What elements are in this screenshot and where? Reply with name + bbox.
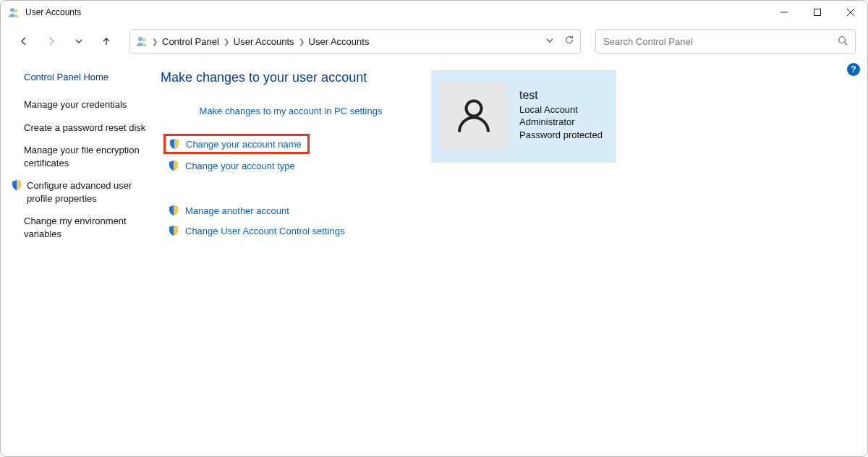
svg-point-9: [467, 101, 482, 116]
back-button[interactable]: [12, 30, 35, 53]
titlebar: User Accounts: [1, 1, 867, 24]
chevron-right-icon[interactable]: ❯: [224, 38, 229, 46]
toolbar: ❯ Control Panel ❯ User Accounts ❯ User A…: [1, 24, 867, 59]
task-list: Make changes to your user account Make c…: [161, 70, 421, 250]
recent-locations-button[interactable]: [67, 30, 90, 53]
breadcrumb-item[interactable]: Control Panel: [162, 36, 219, 47]
link-change-account-name[interactable]: Change your account name: [163, 134, 310, 154]
account-info: test Local Account Administrator Passwor…: [519, 77, 603, 155]
shield-icon: [169, 138, 180, 150]
sidebar-link-reset-disk[interactable]: Create a password reset disk: [24, 121, 158, 134]
task-link-label: Manage another account: [185, 205, 289, 216]
main-panel: Make changes to your user account Make c…: [161, 66, 856, 250]
address-icon: [136, 35, 148, 47]
chevron-right-icon[interactable]: ❯: [152, 38, 158, 46]
breadcrumb-item[interactable]: User Accounts: [309, 36, 370, 47]
sidebar-link-encryption[interactable]: Manage your file encryption certificates: [24, 144, 158, 169]
window-title: User Accounts: [25, 7, 81, 17]
up-button[interactable]: [95, 30, 118, 53]
svg-rect-3: [814, 9, 821, 16]
svg-point-6: [138, 37, 142, 41]
help-icon[interactable]: ?: [847, 63, 860, 76]
avatar: [440, 82, 508, 150]
sidebar-link-credentials[interactable]: Manage your credentials: [24, 98, 158, 111]
account-role: Administrator: [519, 116, 603, 129]
svg-point-7: [142, 38, 146, 42]
shield-icon: [168, 225, 179, 236]
svg-point-1: [14, 9, 18, 13]
sidebar-link-env-vars[interactable]: Change my environment variables: [24, 215, 158, 240]
account-name: test: [519, 87, 603, 103]
refresh-button[interactable]: [564, 35, 574, 48]
link-manage-another-account[interactable]: Manage another account: [163, 203, 421, 218]
shield-icon: [168, 160, 179, 171]
search-icon: [838, 35, 848, 48]
page-heading: Make changes to your user account: [161, 70, 421, 85]
task-link-label: Change your account type: [185, 161, 295, 171]
sidebar-link-label: Configure advanced user profile properti…: [27, 179, 158, 205]
link-change-account-type[interactable]: Change your account type: [163, 158, 421, 173]
sidebar-link-advanced[interactable]: Configure advanced user profile properti…: [11, 179, 158, 205]
address-dropdown-button[interactable]: [545, 35, 554, 48]
user-accounts-icon: [8, 7, 20, 18]
link-pc-settings[interactable]: Make changes to my account in PC setting…: [161, 104, 421, 118]
minimize-button[interactable]: [767, 1, 801, 24]
breadcrumb-item[interactable]: User Accounts: [234, 36, 294, 47]
address-bar[interactable]: ❯ Control Panel ❯ User Accounts ❯ User A…: [129, 29, 581, 54]
task-link-label: Change your account name: [186, 139, 302, 150]
chevron-right-icon[interactable]: ❯: [299, 38, 305, 46]
link-uac-settings[interactable]: Change User Account Control settings: [163, 223, 421, 238]
account-type: Local Account: [519, 103, 603, 116]
search-input[interactable]: Search Control Panel: [595, 29, 856, 54]
content-area: ? Control Panel Home Manage your credent…: [1, 59, 867, 250]
close-button[interactable]: [834, 1, 867, 24]
task-link-label: Change User Account Control settings: [185, 226, 344, 236]
account-card: test Local Account Administrator Passwor…: [431, 70, 616, 163]
maximize-button[interactable]: [801, 1, 834, 24]
control-panel-home-link[interactable]: Control Panel Home: [24, 72, 158, 82]
search-placeholder: Search Control Panel: [603, 36, 693, 47]
shield-icon: [11, 179, 22, 191]
shield-icon: [168, 205, 179, 216]
svg-point-8: [839, 36, 846, 43]
svg-point-0: [10, 8, 14, 12]
sidebar: Control Panel Home Manage your credentia…: [12, 66, 161, 250]
forward-button[interactable]: [40, 30, 63, 53]
account-protection: Password protected: [519, 129, 603, 142]
